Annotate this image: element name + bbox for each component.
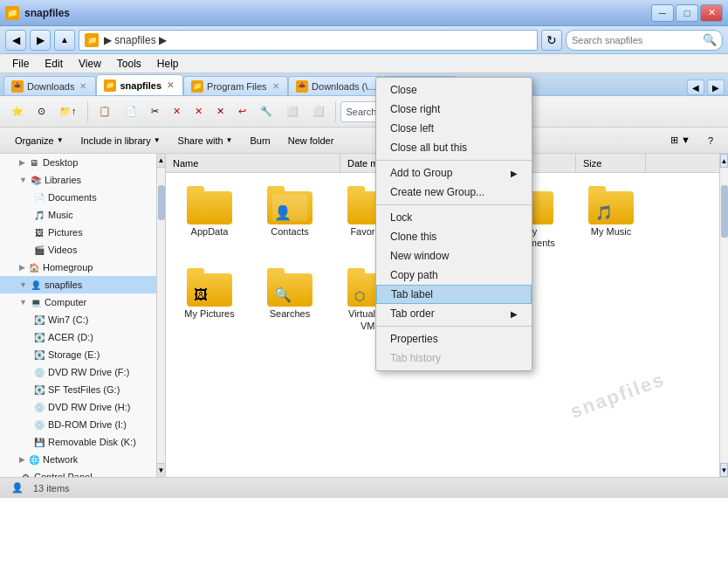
up-button[interactable]: ▲ xyxy=(54,30,75,51)
toolbar-undo[interactable]: ↩ xyxy=(232,100,252,124)
menu-tools[interactable]: Tools xyxy=(110,56,148,72)
sidebar-item-sftestg[interactable]: 💽 SF TestFiles (G:) xyxy=(0,381,156,398)
ctx-create-group[interactable]: Create new Group... xyxy=(376,183,532,202)
col-header-size[interactable]: Size xyxy=(576,154,646,172)
sidebar-item-desktop[interactable]: ▶ 🖥 Desktop xyxy=(0,154,156,171)
search-box[interactable]: 🔍 xyxy=(566,30,723,51)
sidebar-item-documents[interactable]: 📄 Documents xyxy=(0,189,156,206)
help-button[interactable]: ? xyxy=(700,131,721,150)
sidebar-item-dvdh[interactable]: 💿 DVD RW Drive (H:) xyxy=(0,398,156,416)
view-options-button[interactable]: ⊞ ▼ xyxy=(663,131,698,150)
toolbar-delete3[interactable]: ✕ xyxy=(210,100,230,124)
content-scroll-down[interactable]: ▼ xyxy=(720,463,728,477)
toolbar-up-folder[interactable]: 📁↑ xyxy=(53,100,83,124)
sidebar-item-dvdf[interactable]: 💿 DVD RW Drive (F:) xyxy=(0,363,156,381)
toolbar-views2[interactable]: ⬜ xyxy=(306,100,331,124)
sidebar-item-controlpanel[interactable]: ⚙ Control Panel xyxy=(0,468,156,477)
content-scrollbar: ▲ ▼ xyxy=(719,154,728,477)
toolbar-delete2[interactable]: ✕ xyxy=(189,100,209,124)
tab-close-downloads[interactable]: ✕ xyxy=(78,81,88,91)
tab-downloads[interactable]: 📥 Downloads ✕ xyxy=(3,76,96,95)
toolbar-delete[interactable]: ✕ xyxy=(167,100,187,124)
tab-snapfiles[interactable]: 📁 snapfiles ✕ xyxy=(96,74,183,95)
toolbar-views[interactable]: ⬜ xyxy=(280,100,305,124)
tab-close-snapfiles[interactable]: ✕ xyxy=(165,80,175,90)
sidebar-item-network[interactable]: ▶ 🌐 Network xyxy=(0,451,156,468)
ctx-tab-order[interactable]: Tab order ▶ xyxy=(376,304,532,323)
sidebar-label-acerd: ACER (D:) xyxy=(48,332,93,342)
ctx-copy-path[interactable]: Copy path xyxy=(376,266,532,285)
sidebar-item-pictures[interactable]: 🖼 Pictures xyxy=(0,224,156,241)
sidebar-item-libraries[interactable]: ▼ 📚 Libraries xyxy=(0,171,156,189)
col-header-name[interactable]: Name xyxy=(166,154,340,172)
ctx-new-window[interactable]: New window xyxy=(376,246,532,266)
ctx-properties[interactable]: Properties xyxy=(376,329,532,349)
menu-help[interactable]: Help xyxy=(150,56,186,72)
sidebar-item-videos[interactable]: 🎬 Videos xyxy=(0,241,156,259)
burn-button[interactable]: Burn xyxy=(242,131,278,150)
address-box[interactable]: 📁 ▶ snapfiles ▶ xyxy=(79,30,538,51)
file-item-mypictures[interactable]: 🖼 My Pictures xyxy=(175,264,244,335)
organize-button[interactable]: Organize ▼ xyxy=(7,131,72,150)
sidebar-item-bdroomi[interactable]: 💿 BD-ROM Drive (I:) xyxy=(0,416,156,433)
tab-close-programfiles[interactable]: ✕ xyxy=(271,81,281,91)
menu-file[interactable]: File xyxy=(5,56,36,72)
toolbar-copy[interactable]: 📋 xyxy=(93,100,117,124)
ctx-lock[interactable]: Lock xyxy=(376,208,532,227)
tab-icon-downloads: 📥 xyxy=(11,80,24,93)
ctx-clone[interactable]: Clone this xyxy=(376,227,532,246)
file-item-appdata[interactable]: AppData xyxy=(175,182,244,253)
file-item-mymusic[interactable]: 🎵 My Music xyxy=(576,182,646,253)
minimize-button[interactable]: ─ xyxy=(651,4,674,22)
maximize-button[interactable]: □ xyxy=(676,4,698,22)
sidebar-item-acerd[interactable]: 💽 ACER (D:) xyxy=(0,328,156,346)
menu-edit[interactable]: Edit xyxy=(38,56,70,72)
toolbar-paste[interactable]: 📄 xyxy=(119,100,143,124)
folder-body: 👤 xyxy=(267,191,312,224)
ctx-close[interactable]: Close xyxy=(376,80,532,100)
scroll-up-button[interactable]: ▲ xyxy=(157,154,165,168)
toolbar-home[interactable]: ⭐ xyxy=(5,100,30,124)
scroll-thumb[interactable] xyxy=(158,185,165,220)
toolbar-recent[interactable]: ⊙ xyxy=(31,100,52,124)
ctx-add-group[interactable]: Add to Group ▶ xyxy=(376,163,532,183)
sidebar-item-removablek[interactable]: 💾 Removable Disk (K:) xyxy=(0,433,156,451)
tabs-scroll-right[interactable]: ▶ xyxy=(707,79,725,95)
ctx-close-left[interactable]: Close left xyxy=(376,119,532,138)
ctx-close-right[interactable]: Close right xyxy=(376,100,532,119)
toolbar-cut[interactable]: ✂ xyxy=(145,100,165,124)
sidebar-item-snapfiles[interactable]: ▼ 👤 snapfiles xyxy=(0,276,156,293)
sidebar-item-music[interactable]: 🎵 Music xyxy=(0,206,156,224)
sidebar-item-storagee[interactable]: 💽 Storage (E:) xyxy=(0,346,156,363)
sidebar-item-homegroup[interactable]: ▶ 🏠 Homegroup xyxy=(0,259,156,276)
scroll-down-button[interactable]: ▼ xyxy=(157,463,165,477)
refresh-button[interactable]: ↻ xyxy=(541,30,562,51)
toolbar-properties[interactable]: 🔧 xyxy=(254,100,278,124)
tab-programfiles[interactable]: 📁 Program Files ✕ xyxy=(183,76,288,95)
search-icon: 🔍 xyxy=(703,33,717,46)
back-button[interactable]: ◀ xyxy=(5,30,26,51)
ctx-tab-label[interactable]: Tab label xyxy=(376,285,532,304)
include-library-button[interactable]: Include in library ▼ xyxy=(73,131,168,150)
sidebar-item-computer[interactable]: ▼ 💻 Computer xyxy=(0,293,156,311)
content-scroll-thumb[interactable] xyxy=(721,185,728,238)
content-scroll-up[interactable]: ▲ xyxy=(720,154,728,168)
new-folder-button[interactable]: New folder xyxy=(280,131,342,150)
share-button[interactable]: Share with ▼ xyxy=(170,131,241,150)
search-input[interactable] xyxy=(572,35,699,45)
close-button[interactable]: ✕ xyxy=(700,4,723,22)
main-area: ▶ 🖥 Desktop ▼ 📚 Libraries 📄 Documents 🎵 … xyxy=(0,154,728,477)
sidebar-item-win7c[interactable]: 💽 Win7 (C:) xyxy=(0,311,156,328)
menu-view[interactable]: View xyxy=(72,56,108,72)
forward-button[interactable]: ▶ xyxy=(30,30,51,51)
tab-downloads2[interactable]: 📥 Downloads (\... xyxy=(288,76,383,95)
file-item-contacts[interactable]: 👤 Contacts xyxy=(255,182,325,253)
ctx-tab-order-label: Tab order xyxy=(390,307,435,320)
ctx-copy-path-label: Copy path xyxy=(390,269,438,281)
tabs-scroll-left[interactable]: ◀ xyxy=(687,79,704,95)
expand-icon-network: ▶ xyxy=(19,455,25,464)
music-emblem: 🎵 xyxy=(595,204,613,221)
ctx-close-all-but[interactable]: Close all but this xyxy=(376,138,532,157)
file-item-searches[interactable]: 🔍 Searches xyxy=(255,264,325,335)
ctx-close-right-label: Close right xyxy=(390,103,440,115)
